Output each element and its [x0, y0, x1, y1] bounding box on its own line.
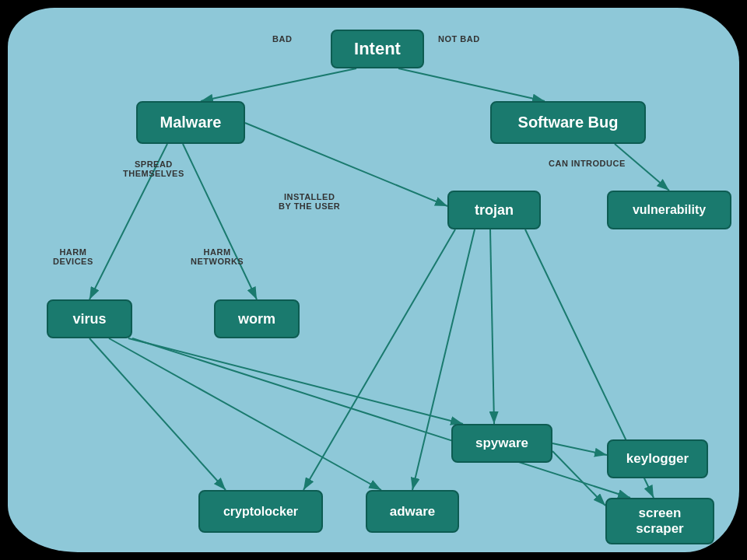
edge-spyware-screenscraper	[552, 451, 605, 506]
node-cryptolocker: cryptolocker	[198, 490, 323, 533]
node-softwarebug: Software Bug	[490, 101, 646, 144]
label-bad: BAD	[272, 34, 292, 44]
node-screenscraper: screen scraper	[605, 498, 714, 544]
node-malware: Malware	[136, 101, 245, 144]
edge-virus-screenscraper	[132, 338, 630, 498]
edge-trojan-spyware	[490, 229, 494, 424]
label-harm-networks: HARM NETWORKS	[191, 247, 244, 266]
edge-virus-adware	[109, 338, 381, 490]
edge-trojan-cryptolocker	[303, 229, 455, 490]
node-adware: adware	[366, 490, 459, 533]
node-virus: virus	[47, 299, 132, 338]
node-intent: Intent	[331, 30, 424, 68]
edge-spyware-keylogger	[552, 443, 607, 455]
edge-malware-trojan	[245, 123, 447, 206]
node-worm: worm	[214, 299, 300, 338]
edge-malware-worm	[183, 144, 257, 299]
node-spyware: spyware	[451, 424, 552, 463]
label-spread: SPREAD THEMSELVES	[123, 159, 184, 178]
label-harm-devices: HARM DEVICES	[53, 247, 93, 266]
node-vulnerability: vulnerability	[607, 191, 731, 229]
node-keylogger: keylogger	[607, 439, 708, 478]
label-notbad: NOT BAD	[438, 34, 480, 44]
edge-virus-spyware	[128, 338, 463, 424]
edge-intent-malware	[201, 68, 356, 101]
diagram-container: Intent Malware Software Bug trojan vulne…	[8, 8, 739, 552]
node-trojan: trojan	[447, 191, 541, 229]
label-can-introduce: CAN INTRODUCE	[549, 159, 626, 168]
label-installed: INSTALLED BY THE USER	[279, 192, 340, 211]
edge-intent-softwarebug	[398, 68, 545, 101]
